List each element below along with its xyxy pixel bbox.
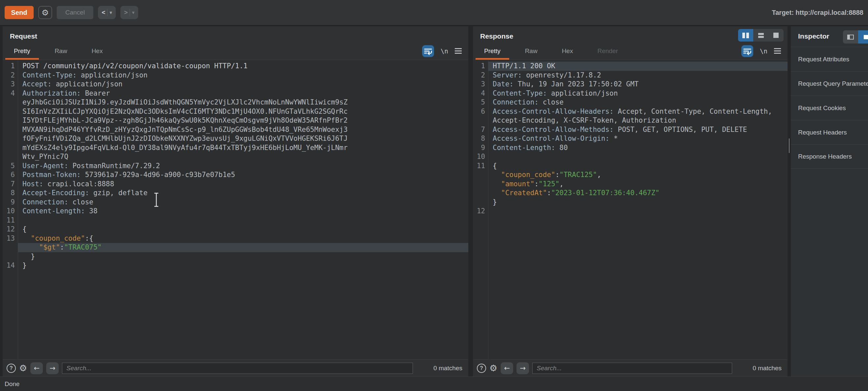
code-text: Postman-Token: 573961a7-929a-4d96-a900-c… (18, 170, 468, 180)
status-bar: Done (0, 377, 868, 391)
line-number: 10 (3, 207, 18, 216)
line-number: 7 (473, 125, 488, 134)
code-line: 10 (473, 152, 787, 162)
code-line: 10Content-Length: 38 (3, 207, 468, 216)
tab-raw[interactable]: Raw (517, 42, 546, 60)
menu-icon[interactable] (774, 48, 781, 54)
layout-columns-button[interactable] (738, 29, 753, 41)
search-settings-icon[interactable]: ⚙ (489, 364, 497, 372)
line-number: 8 (473, 134, 488, 143)
request-editor[interactable]: 1POST /community/api/v2/coupon/validate-… (3, 60, 468, 359)
inspector-split-button[interactable] (843, 30, 858, 43)
cancel-button[interactable]: Cancel (57, 6, 93, 19)
response-match-count: 0 matches (736, 365, 782, 372)
inspector-divider[interactable] (787, 26, 791, 377)
request-panel: Request PrettyRawHex \n 1POST /community… (3, 26, 468, 377)
line-number: 13 (3, 234, 18, 243)
tab-render[interactable]: Render (589, 42, 626, 60)
layout-single-button[interactable] (768, 29, 783, 41)
code-line: 8Access-Control-Allow-Origin: * (473, 134, 787, 143)
prev-match-button[interactable]: ← (501, 362, 513, 374)
response-panel: Response PrettyRawHexRender (473, 26, 787, 377)
newline-toggle-icon[interactable]: \n (441, 47, 448, 55)
inspector-section-response-headers[interactable]: Response Headers (791, 144, 868, 169)
prev-request-button[interactable]: < ▼ (98, 6, 116, 19)
line-number: 14 (3, 261, 18, 270)
response-panel-title: Response (480, 32, 513, 40)
code-line: I5YDtFLEjMYhbL-JCa9Vpz--zgh8GjJh46kaQySw… (3, 116, 468, 125)
code-text (18, 216, 468, 225)
code-text: "CreatedAt":"2023-01-12T07:36:40.467Z" (488, 189, 787, 198)
toolbar: Send ⚙ Cancel < ▼ > ▼ Target: http://cra… (0, 0, 868, 26)
search-settings-icon[interactable]: ⚙ (19, 364, 27, 372)
chevron-down-icon[interactable]: ▼ (110, 11, 112, 14)
code-line: 3Date: Thu, 19 Jan 2023 17:50:02 GMT (473, 80, 787, 89)
inspector-section-request-headers[interactable]: Request Headers (791, 120, 868, 144)
code-line: 11{ (473, 162, 787, 171)
code-text: SI6InVzZXIiLCJpYXQiOjE2NzQxNDc3ODksImV4c… (18, 107, 468, 117)
wrap-text-icon[interactable] (422, 45, 434, 57)
line-number: 12 (473, 207, 488, 216)
code-text: } (488, 198, 787, 207)
line-number (3, 252, 18, 261)
code-line: 6Postman-Token: 573961a7-929a-4d96-a900-… (3, 170, 468, 180)
inspector-section-request-attributes[interactable]: Request Attributes (791, 47, 868, 71)
status-text: Done (5, 381, 20, 388)
newline-toggle-icon[interactable]: \n (760, 47, 767, 55)
help-icon[interactable]: ? (7, 364, 16, 373)
line-number: 4 (473, 89, 488, 98)
code-line: 3Accept: application/json (3, 80, 468, 89)
inspector-section-request-cookies[interactable]: Request Cookies (791, 96, 868, 120)
help-icon[interactable]: ? (477, 364, 486, 373)
tab-hex[interactable]: Hex (553, 42, 582, 60)
pane-icon (864, 35, 868, 39)
next-request-button[interactable]: > ▼ (120, 6, 138, 19)
code-text: Wtv_PYnic7Q (18, 152, 468, 162)
wrap-text-icon[interactable] (741, 45, 753, 57)
request-panel-header: Request (3, 26, 468, 42)
send-button[interactable]: Send (5, 6, 34, 19)
tab-raw[interactable]: Raw (46, 42, 76, 60)
divider (130, 9, 130, 16)
next-match-button[interactable]: → (46, 362, 59, 374)
code-line: 9Connection: close (3, 198, 468, 207)
line-number (3, 98, 18, 107)
line-number: 12 (3, 225, 18, 234)
code-text: "coupon_code":"TRAC125", (488, 170, 787, 180)
code-line: } (473, 198, 787, 207)
line-number: 7 (3, 180, 18, 189)
layout-rows-button[interactable] (753, 29, 768, 41)
code-text: Authorization: Bearer (18, 89, 468, 98)
tab-hex[interactable]: Hex (83, 42, 112, 60)
line-number (3, 134, 18, 143)
line-number (3, 243, 18, 252)
menu-icon[interactable] (455, 48, 462, 54)
inspector-section-request-query-parameters[interactable]: Request Query Parameters (791, 71, 868, 96)
inspector-pin-button[interactable] (858, 30, 868, 43)
code-line: MVXAN9ihqDdP46YYfvRzD_zHYyzQxgJnTQpNmCsS… (3, 125, 468, 134)
line-number: 4 (3, 89, 18, 98)
request-settings-button[interactable]: ⚙ (38, 6, 52, 19)
line-number (473, 180, 488, 189)
code-line: SI6InVzZXIiLCJpYXQiOjE2NzQxNDc3ODksImV4c… (3, 107, 468, 117)
code-text: } (18, 261, 468, 270)
response-editor[interactable]: 1HTTP/1.1 200 OK2Server: openresty/1.17.… (473, 60, 787, 359)
panel-divider[interactable] (468, 26, 473, 377)
code-line: Accept-Encoding, X-CSRF-Token, Authoriza… (473, 116, 787, 125)
columns-icon (742, 33, 745, 38)
request-search-input[interactable] (62, 363, 413, 374)
line-number (3, 152, 18, 162)
response-tabs: PrettyRawHexRender (475, 42, 634, 60)
code-line: 5User-Agent: PostmanRuntime/7.29.2 (3, 162, 468, 171)
tab-pretty[interactable]: Pretty (475, 42, 509, 60)
response-editor-tools: \n (741, 45, 781, 57)
chevron-down-icon[interactable]: ▼ (132, 11, 134, 14)
code-text: I5YDtFLEjMYhbL-JCa9Vpz--zgh8GjJh46kaQySw… (18, 116, 468, 125)
request-tab-row: PrettyRawHex \n (3, 42, 468, 60)
response-tab-row: PrettyRawHexRender \n (473, 42, 787, 60)
response-search-input[interactable] (532, 363, 732, 374)
prev-match-button[interactable]: ← (30, 362, 43, 374)
next-match-button[interactable]: → (517, 362, 529, 374)
tab-pretty[interactable]: Pretty (5, 42, 39, 60)
code-text: "$gt":"TRAC075" (18, 243, 468, 252)
